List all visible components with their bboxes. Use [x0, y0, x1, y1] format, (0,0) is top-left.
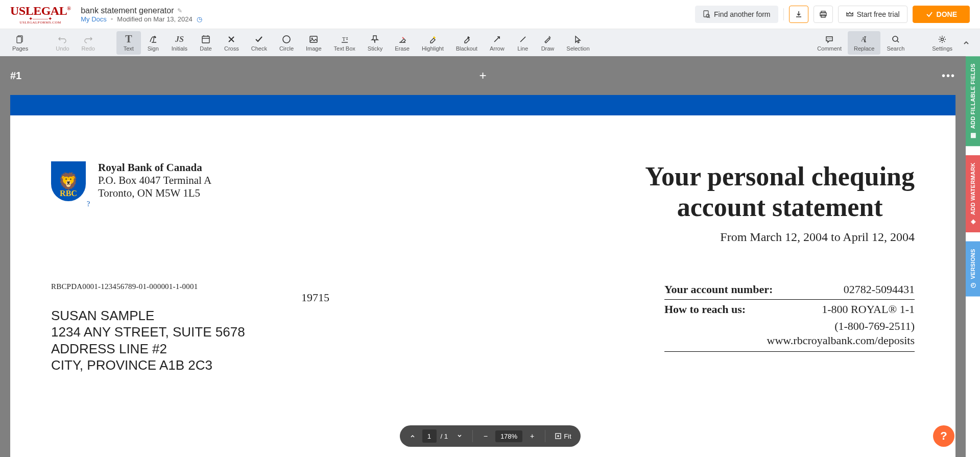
recipient-addr3: CITY, PROVINCE A1B 2C3	[51, 357, 245, 374]
zoom-in-button[interactable]: +	[524, 428, 540, 444]
date-icon	[201, 34, 210, 44]
svg-point-20	[827, 38, 828, 39]
divider	[783, 8, 784, 20]
history-icon[interactable]: ◷	[197, 15, 202, 23]
my-docs-link[interactable]: My Docs	[81, 15, 107, 23]
app-header: USLEGAL® ✦———✦ USLEGALFORMS.COM bank sta…	[0, 0, 980, 29]
tool-date[interactable]: Date	[194, 31, 218, 55]
tool-search[interactable]: Search	[880, 31, 911, 55]
tool-cross[interactable]: Cross	[218, 31, 245, 55]
page-number-input[interactable]	[422, 429, 436, 443]
draw-icon	[543, 34, 552, 44]
crown-icon	[846, 10, 854, 18]
tool-textbox[interactable]: TText Box	[328, 31, 362, 55]
svg-point-27	[893, 36, 898, 41]
divider	[545, 430, 545, 442]
document-title[interactable]: bank statement generator ✎	[81, 6, 202, 15]
tool-redo[interactable]: Redo	[76, 31, 101, 55]
collapse-toolbar-button[interactable]	[959, 35, 974, 51]
prev-page-button[interactable]	[404, 428, 420, 444]
recipient-name: SUSAN SAMPLE	[51, 307, 245, 324]
tool-settings[interactable]: Settings	[926, 31, 959, 55]
pages-icon	[16, 34, 25, 44]
print-button[interactable]	[814, 6, 833, 23]
tool-replace[interactable]: AReplace	[848, 31, 880, 55]
doc-title-text: bank statement generator	[81, 6, 174, 15]
tool-undo[interactable]: Undo	[50, 31, 75, 55]
add-page-button[interactable]: +	[479, 68, 486, 83]
recipient-addr2: ADDRESS LINE #2	[51, 341, 245, 357]
account-info: Your account number: 02782-5094431 How t…	[664, 280, 915, 374]
tool-sticky[interactable]: Sticky	[362, 31, 389, 55]
watermark-icon: ◈	[969, 218, 976, 225]
tool-draw[interactable]: Draw	[535, 31, 561, 55]
tab-versions[interactable]: ◷ VERSIONS	[966, 242, 980, 297]
tab-add-watermark[interactable]: ◈ ADD WATERMARK	[966, 155, 980, 232]
next-page-button[interactable]	[452, 428, 467, 444]
statement-title: Your personal chequing account statement	[645, 161, 915, 223]
tool-text[interactable]: TText	[116, 31, 141, 55]
tool-image[interactable]: Image	[300, 31, 328, 55]
header-actions: Find another form Start free trial DONE	[695, 6, 970, 23]
done-label: DONE	[937, 10, 957, 18]
page-header-bar: #1 + •••	[0, 56, 966, 95]
tool-erase[interactable]: Erase	[389, 31, 416, 55]
svg-line-19	[520, 37, 525, 42]
svg-point-12	[283, 36, 290, 43]
svg-point-22	[830, 38, 831, 39]
svg-rect-7	[17, 37, 21, 43]
tool-selection[interactable]: Selection	[560, 31, 595, 55]
tool-pages[interactable]: Pages	[6, 31, 34, 55]
cross-icon	[227, 34, 236, 44]
bank-addr-line2: Toronto, ON M5W 1L5	[98, 187, 211, 200]
sign-icon	[149, 34, 158, 44]
sticky-icon	[370, 34, 379, 44]
tab-add-fillable-fields[interactable]: ▦ ADD FILLABLE FIELDS	[966, 56, 980, 146]
find-form-label: Find another form	[714, 10, 771, 18]
tool-comment[interactable]: Comment	[811, 31, 848, 55]
tool-circle[interactable]: Circle	[273, 31, 300, 55]
zoom-level[interactable]: 178%	[495, 430, 522, 442]
document-header-stripe	[10, 95, 955, 115]
reach-value: 1-800 ROYAL® 1-1	[822, 303, 915, 316]
uslegal-logo[interactable]: USLEGAL® ✦———✦ USLEGALFORMS.COM	[10, 4, 70, 25]
rbc-lion-icon: 🦁	[58, 172, 79, 191]
start-trial-button[interactable]: Start free trial	[838, 6, 907, 23]
rbc-text: RBC	[60, 189, 77, 198]
tool-line[interactable]: Line	[511, 31, 535, 55]
reach-label: How to reach us:	[664, 303, 746, 316]
find-form-button[interactable]: Find another form	[695, 6, 778, 23]
svg-point-21	[829, 38, 830, 39]
arrow-icon	[492, 34, 501, 44]
page-menu-button[interactable]: •••	[942, 70, 955, 82]
rbc-help-marker: ?	[87, 200, 88, 208]
check-tool-icon	[254, 34, 264, 44]
document-code: RBCPDA0001-123456789-01-000001-1-0001	[51, 282, 245, 291]
tool-sign[interactable]: Sign	[141, 31, 165, 55]
textbox-icon: T	[340, 34, 349, 44]
done-button[interactable]: DONE	[913, 6, 970, 23]
redo-icon	[84, 34, 93, 44]
tool-check[interactable]: Check	[245, 31, 273, 55]
download-icon	[795, 10, 803, 18]
zoom-out-button[interactable]: −	[478, 428, 493, 444]
settings-icon	[938, 34, 947, 44]
code-number: 19715	[301, 291, 329, 304]
svg-line-28	[897, 41, 899, 42]
tool-highlight[interactable]: Highlight	[416, 31, 450, 55]
download-button[interactable]	[789, 6, 808, 23]
svg-rect-8	[202, 36, 209, 43]
svg-text:T: T	[342, 36, 346, 42]
fit-icon	[555, 432, 562, 440]
document-page[interactable]: 🦁 RBC ? Royal Bank of Canada P.O. Box 40…	[10, 95, 955, 457]
fit-button[interactable]: Fit	[551, 430, 575, 442]
highlight-icon	[428, 34, 437, 44]
tool-initials[interactable]: JSInitials	[165, 31, 194, 55]
svg-point-29	[941, 38, 944, 40]
tool-blackout[interactable]: Blackout	[450, 31, 484, 55]
statement-period: From March 12, 2004 to April 12, 2004	[645, 230, 915, 244]
tool-arrow[interactable]: Arrow	[484, 31, 511, 55]
help-button[interactable]: ?	[933, 425, 954, 447]
edit-title-icon[interactable]: ✎	[177, 7, 182, 14]
search-icon	[891, 34, 900, 44]
